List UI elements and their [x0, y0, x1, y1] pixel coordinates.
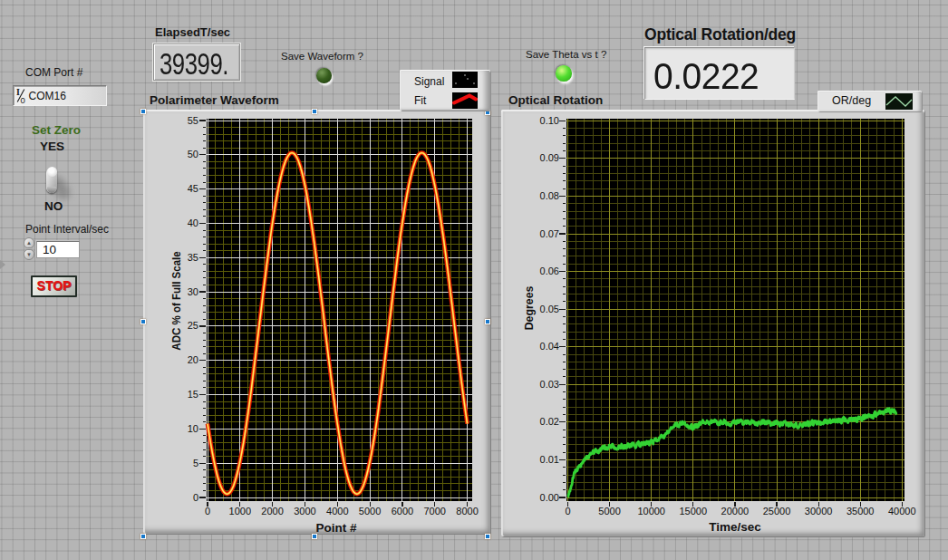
- svg-text:I: I: [16, 87, 20, 97]
- svg-text:0: 0: [21, 95, 25, 105]
